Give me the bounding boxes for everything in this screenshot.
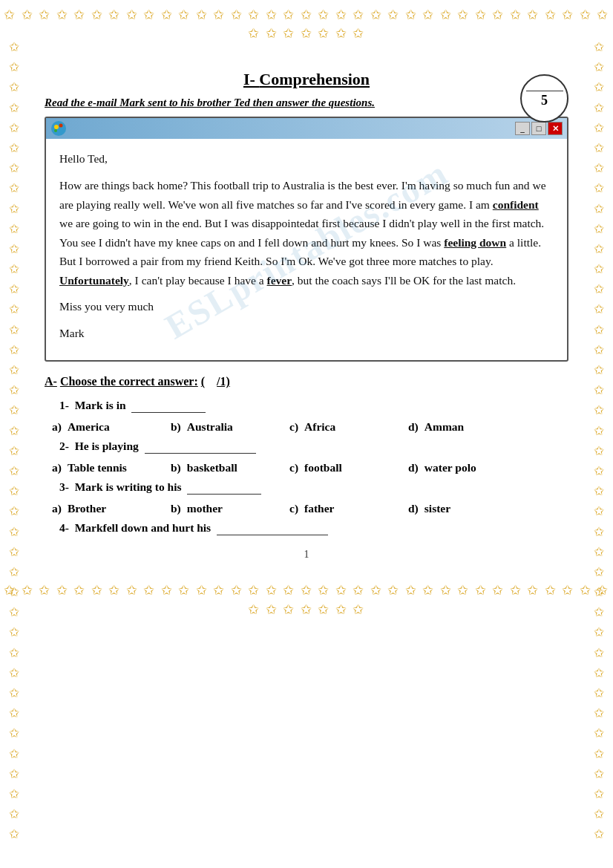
right-star-border: ✩ ✩ ✩ ✩ ✩ ✩ ✩ ✩ ✩ ✩ ✩ ✩ ✩ ✩ ✩ ✩ ✩ ✩ ✩ ✩ … [585, 0, 613, 868]
question-4: 4- Markfell down and hurt his [45, 521, 568, 535]
score-number: 5 [541, 93, 548, 108]
section-title-label: Choose the correct answer: [60, 375, 198, 388]
instructions-text-start: Read the e-mail [45, 97, 119, 108]
q2-option-a: a) Table tennis [52, 461, 171, 474]
choose-header: A- Choose the correct answer: ( /1) [45, 375, 568, 388]
close-button[interactable]: ✕ [548, 122, 563, 135]
q1-number: 1- [59, 399, 69, 411]
q3-option-b: b) mother [171, 502, 289, 515]
q3-options: a) Brother b) mother c) father d) sister [45, 502, 568, 515]
q2-option-b: b) basketball [171, 461, 289, 474]
section-title-prefix: I- [243, 70, 259, 88]
q1-option-a: a) America [52, 420, 171, 434]
phrase-feeling-down: feeling down [444, 236, 506, 249]
word-fever: fever [267, 274, 292, 287]
score-line [526, 91, 563, 91]
top-star-border: ✩ ✩ ✩ ✩ ✩ ✩ ✩ ✩ ✩ ✩ ✩ ✩ ✩ ✩ ✩ ✩ ✩ ✩ ✩ ✩ … [0, 0, 613, 49]
left-star-border: ✩ ✩ ✩ ✩ ✩ ✩ ✩ ✩ ✩ ✩ ✩ ✩ ✩ ✩ ✩ ✩ ✩ ✩ ✩ ✩ … [0, 0, 28, 868]
page-number: 1 [45, 549, 568, 561]
score-label: /1) [217, 375, 230, 388]
svg-point-0 [51, 121, 66, 136]
minimize-button[interactable]: _ [515, 122, 530, 135]
q2-options: a) Table tennis b) basketball c) footbal… [45, 461, 568, 474]
section-title: I- Comprehension [45, 70, 568, 89]
svg-point-1 [54, 125, 59, 129]
q2-number: 2- [59, 440, 69, 452]
q2-blank [145, 440, 256, 454]
bottom-star-border: ✩ ✩ ✩ ✩ ✩ ✩ ✩ ✩ ✩ ✩ ✩ ✩ ✩ ✩ ✩ ✩ ✩ ✩ ✩ ✩ … [0, 575, 613, 624]
q3-option-c: c) father [289, 502, 408, 515]
email-window: _ □ ✕ ESLprintables.com Hello Ted, How a… [45, 117, 568, 362]
q4-blank [217, 521, 328, 535]
instructions: Read the e-mail Mark sent to his brother… [45, 97, 568, 109]
browser-icon [50, 120, 67, 137]
window-controls[interactable]: _ □ ✕ [515, 122, 563, 135]
page-wrapper: ✩ ✩ ✩ ✩ ✩ ✩ ✩ ✩ ✩ ✩ ✩ ✩ ✩ ✩ ✩ ✩ ✩ ✩ ✩ ✩ … [0, 0, 613, 868]
mark-name: Mark [119, 97, 145, 108]
svg-point-3 [54, 129, 57, 132]
instructions-text-mid: sent to his brother [145, 97, 234, 108]
section-label: A- [45, 375, 57, 388]
email-signature: Mark [59, 324, 554, 343]
instructions-text-end: then answer the questions. [250, 97, 375, 108]
svg-point-2 [59, 124, 63, 128]
bracket-text: ( [201, 375, 205, 388]
q1-blank [131, 399, 206, 413]
q3-number: 3- [59, 480, 69, 493]
main-content: I- Comprehension Read the e-mail Mark se… [30, 49, 583, 575]
email-titlebar: _ □ ✕ [46, 118, 567, 139]
titlebar-left [50, 120, 67, 137]
q4-number: 4- [59, 521, 69, 534]
word-unfortunately: Unfortunately [59, 274, 129, 287]
q1-option-b: b) Australia [171, 420, 289, 434]
q3-blank [187, 480, 261, 495]
q3-option-d: d) sister [408, 502, 527, 515]
section-title-main: Comprehension [259, 70, 370, 88]
q3-option-a: a) Brother [52, 502, 171, 515]
ted-name: Ted [234, 97, 250, 108]
score-circle: 5 [520, 74, 568, 123]
q2-option-c: c) football [289, 461, 408, 474]
email-greeting: Hello Ted, [59, 149, 554, 169]
question-2: 2- He is playing [45, 440, 568, 454]
q2-option-d: d) water polo [408, 461, 527, 474]
question-3: 3- Mark is writing to his [45, 480, 568, 495]
email-paragraph1: How are things back home? This football … [59, 176, 554, 290]
email-signoff: Miss you very much [59, 297, 554, 316]
q1-option-d: d) Amman [408, 420, 527, 434]
maximize-button[interactable]: □ [531, 122, 546, 135]
question-1: 1- Mark is in [45, 399, 568, 413]
questions-section: A- Choose the correct answer: ( /1) 1- M… [45, 375, 568, 535]
word-confident: confident [493, 198, 539, 211]
q1-options: a) America b) Australia c) Africa d) Amm… [45, 420, 568, 434]
q1-option-c: c) Africa [289, 420, 408, 434]
email-body: ESLprintables.com Hello Ted, How are thi… [46, 139, 567, 360]
